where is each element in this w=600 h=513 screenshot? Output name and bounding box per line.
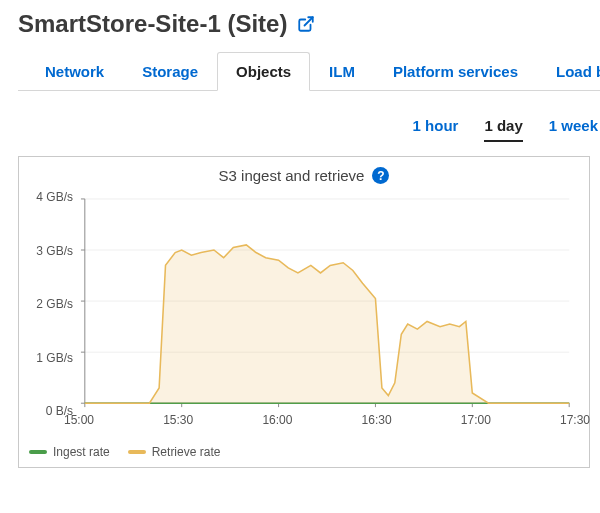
legend-ingest-label: Ingest rate — [53, 445, 110, 459]
y-axis-labels: 4 GB/s3 GB/s2 GB/s1 GB/s0 B/s — [25, 197, 75, 411]
legend-retrieve-label: Retrieve rate — [152, 445, 221, 459]
plot-area — [79, 197, 575, 411]
help-icon[interactable]: ? — [372, 167, 389, 184]
legend-ingest[interactable]: Ingest rate — [29, 445, 110, 459]
retrieve-swatch-icon — [128, 450, 146, 454]
x-tick: 17:30 — [560, 413, 590, 427]
legend-retrieve[interactable]: Retrieve rate — [128, 445, 221, 459]
y-tick: 1 GB/s — [36, 351, 73, 365]
y-tick: 3 GB/s — [36, 244, 73, 258]
chart-card: S3 ingest and retrieve ? 4 GB/s3 GB/s2 G… — [18, 156, 590, 468]
range-1-week[interactable]: 1 week — [549, 117, 598, 142]
tab-ilm[interactable]: ILM — [310, 52, 374, 91]
x-tick: 16:30 — [362, 413, 392, 427]
x-axis-labels: 15:0015:3016:0016:3017:0017:30 — [79, 413, 575, 429]
range-1-hour[interactable]: 1 hour — [413, 117, 459, 142]
x-tick: 15:30 — [163, 413, 193, 427]
tab-load-b[interactable]: Load b — [537, 52, 600, 91]
tab-network[interactable]: Network — [26, 52, 123, 91]
open-external-icon[interactable] — [297, 15, 315, 33]
x-tick: 17:00 — [461, 413, 491, 427]
y-tick: 4 GB/s — [36, 190, 73, 204]
svg-line-0 — [305, 17, 313, 25]
chart-legend: Ingest rate Retrieve rate — [29, 445, 220, 459]
page-title: SmartStore-Site-1 (Site) — [18, 10, 287, 38]
time-range-selector: 1 hour1 day1 week — [18, 91, 600, 142]
y-tick: 2 GB/s — [36, 297, 73, 311]
x-tick: 16:00 — [262, 413, 292, 427]
x-tick: 15:00 — [64, 413, 94, 427]
tab-objects[interactable]: Objects — [217, 52, 310, 91]
range-1-day[interactable]: 1 day — [484, 117, 522, 142]
ingest-swatch-icon — [29, 450, 47, 454]
tab-platform-services[interactable]: Platform services — [374, 52, 537, 91]
main-tabs: NetworkStorageObjectsILMPlatform service… — [26, 52, 600, 91]
tab-storage[interactable]: Storage — [123, 52, 217, 91]
chart-title: S3 ingest and retrieve — [219, 167, 365, 184]
